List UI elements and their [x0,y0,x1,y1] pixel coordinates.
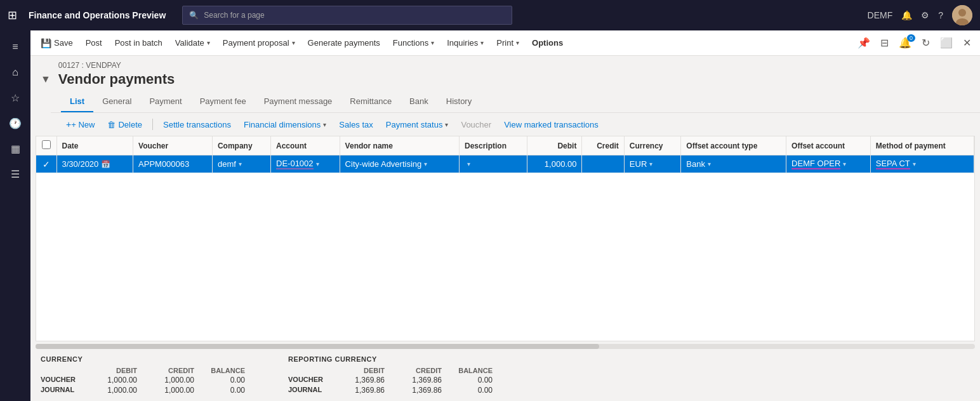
row-offset-account-value: DEMF OPER [791,159,840,169]
sales-tax-button[interactable]: Sales tax [334,117,378,132]
inquiries-button[interactable]: Inquiries ▾ [442,36,489,50]
footer-summary: CURRENCY DEBIT CREDIT BALANCE VOUCHER 1,… [30,349,980,401]
row-company-cell[interactable]: demf ▾ [212,155,270,173]
col-date: Date [56,136,133,155]
row-method-of-payment-cell[interactable]: SEPA CT ▾ [870,155,974,173]
description-dropdown-arrow[interactable]: ▾ [467,161,470,168]
row-currency-cell[interactable]: EUR ▾ [624,155,681,173]
bell-icon[interactable]: 🔔 [901,10,912,20]
payment-proposal-button[interactable]: Payment proposal ▾ [218,36,300,50]
row-description-cell[interactable]: ▾ [459,155,527,173]
row-check-icon: ✓ [43,159,50,169]
search-bar[interactable]: 🔍 Search for a page [182,6,512,25]
row-date-cell[interactable]: 3/30/2020 📅 [56,155,133,173]
sidebar-home-icon[interactable]: ≡ [4,36,27,58]
row-debit-cell: 1,000.00 [527,155,582,173]
grid-table: Date Voucher Company Account Vendor name… [36,136,974,173]
sidebar-favorite-icon[interactable]: ☆ [4,86,27,109]
select-all-checkbox[interactable] [42,140,51,149]
close-icon[interactable]: ✕ [959,34,975,51]
waffle-icon[interactable]: ⊞ [8,8,17,22]
avatar[interactable] [952,5,972,25]
financial-dimensions-arrow: ▾ [323,121,326,128]
row-checkbox-cell[interactable]: ✓ [36,155,56,173]
offset-account-type-dropdown-arrow[interactable]: ▾ [708,161,711,168]
currency-voucher-label: VOUCHER [41,376,85,385]
tab-payment[interactable]: Payment [140,91,190,112]
post-button[interactable]: Post [81,36,107,50]
row-vendor-name-cell[interactable]: City-wide Advertising ▾ [340,155,459,173]
currency-section-grid: DEBIT CREDIT BALANCE VOUCHER 1,000.00 1,… [41,367,250,395]
payment-status-button[interactable]: Payment status ▾ [381,117,454,132]
rep-credit-header: CREDIT [390,367,447,374]
sidebar-recent-icon[interactable]: 🕐 [4,112,27,135]
tab-list[interactable]: List [61,91,93,112]
sidebar-menu-icon[interactable]: ⌂ [4,61,27,84]
help-icon[interactable]: ? [938,10,943,20]
rep-journal-balance: 0.00 [447,386,498,395]
horizontal-scrollbar[interactable] [36,341,975,349]
footer-sections: CURRENCY DEBIT CREDIT BALANCE VOUCHER 1,… [41,355,970,395]
grid-container[interactable]: Date Voucher Company Account Vendor name… [36,136,975,341]
company-dropdown-arrow[interactable]: ▾ [239,161,242,168]
svg-point-1 [958,9,966,16]
validate-button[interactable]: Validate ▾ [170,36,215,50]
reporting-currency-section: REPORTING CURRENCY DEBIT CREDIT BALANCE … [288,355,498,395]
financial-dimensions-button[interactable]: Financial dimensions ▾ [239,117,331,132]
tab-payment-fee[interactable]: Payment fee [191,91,255,112]
options-button[interactable]: Options [527,36,568,50]
col-debit: Debit [527,136,582,155]
view-marked-transactions-button[interactable]: View marked transactions [499,117,604,132]
row-offset-account-type-cell[interactable]: Bank ▾ [681,155,786,173]
currency-voucher-credit: 1,000.00 [142,376,199,385]
tabs-bar: List General Payment Payment fee Payment… [51,91,980,113]
rep-empty-header [288,367,333,374]
vendor-name-dropdown-arrow[interactable]: ▾ [424,161,427,168]
table-row[interactable]: ✓ 3/30/2020 📅 APPM000063 de [36,155,974,173]
delete-icon: 🗑 [107,120,116,129]
pin-icon[interactable]: 📌 [854,34,874,51]
functions-button[interactable]: Functions ▾ [388,36,439,50]
row-account-cell[interactable]: DE-01002 ▾ [271,155,340,173]
sidebar-workspace-icon[interactable]: ▦ [4,137,27,160]
calendar-icon[interactable]: 📅 [101,160,110,169]
method-of-payment-dropdown-arrow[interactable]: ▾ [913,161,916,168]
sidebar-list-icon[interactable]: ☰ [4,162,27,185]
command-bar: 💾 Save Post Post in batch Validate ▾ Pay… [30,30,980,56]
search-placeholder: Search for a page [204,11,264,20]
col-vendor-name: Vendor name [340,136,459,155]
generate-payments-button[interactable]: Generate payments [303,36,385,50]
tab-remittance[interactable]: Remittance [341,91,401,112]
delete-button[interactable]: 🗑 Delete [102,117,147,132]
print-button[interactable]: Print ▾ [491,36,524,50]
tab-history[interactable]: History [437,91,480,112]
expand-icon[interactable]: ⬜ [936,34,957,51]
new-button[interactable]: + + New [61,117,100,132]
row-method-of-payment-value: SEPA CT [876,159,910,169]
top-right-icons: DEMF 🔔 ⚙ ? [868,5,972,25]
row-account-value: DE-01002 [276,159,314,169]
refresh-icon[interactable]: ↻ [918,34,934,51]
currency-balance-header: BALANCE [199,367,250,374]
scrollbar-thumb[interactable] [36,344,599,349]
currency-dropdown-arrow[interactable]: ▾ [649,161,652,168]
row-offset-account-cell[interactable]: DEMF OPER ▾ [786,155,871,173]
gear-icon[interactable]: ⚙ [921,10,929,20]
tab-bank[interactable]: Bank [401,91,437,112]
row-vendor-name-value: City-wide Advertising [345,159,422,169]
panels-icon[interactable]: ⊟ [877,34,892,51]
post-in-batch-button[interactable]: Post in batch [110,36,168,50]
save-button[interactable]: 💾 Save [36,36,78,51]
notification-badge-icon[interactable]: 0 🔔 [895,34,915,51]
account-dropdown-arrow[interactable]: ▾ [316,161,319,168]
filter-icon[interactable]: ▼ [41,74,51,85]
tab-general[interactable]: General [93,91,140,112]
scrollbar-track [36,344,975,349]
left-sidebar: ≡ ⌂ ☆ 🕐 ▦ ☰ [0,30,30,401]
settle-transactions-button[interactable]: Settle transactions [158,117,236,132]
row-offset-account-type-value: Bank [686,159,705,169]
currency-section-title: CURRENCY [41,355,250,363]
tab-payment-message[interactable]: Payment message [255,91,341,112]
payment-proposal-dropdown-arrow: ▾ [292,39,295,46]
offset-account-dropdown-arrow[interactable]: ▾ [843,161,846,168]
